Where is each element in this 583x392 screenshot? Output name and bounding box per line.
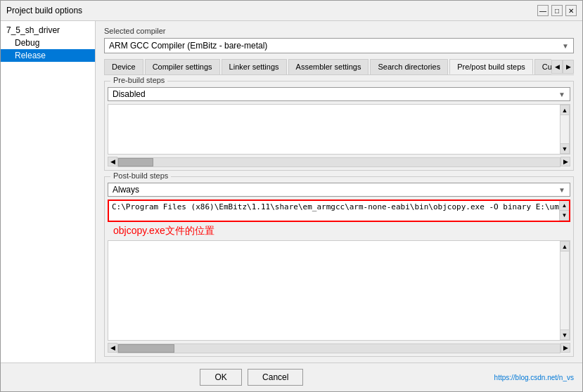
prebuild-vscroll-up[interactable]: ▲ bbox=[560, 105, 569, 115]
title-bar-controls: — □ ✕ bbox=[537, 5, 577, 16]
tab-prepost-build[interactable]: Pre/post build steps bbox=[449, 59, 533, 74]
compiler-dropdown[interactable]: ARM GCC Compiler (EmBitz - bare-metal) ▼ bbox=[104, 38, 574, 53]
prebuild-vscroll-down[interactable]: ▼ bbox=[560, 143, 569, 153]
postbuild-textarea-container: ▲ ▼ bbox=[108, 240, 570, 341]
postbuild-dropdown[interactable]: Always ▼ bbox=[108, 183, 570, 197]
prebuild-hscroll-area: ◀ ▶ bbox=[108, 156, 570, 167]
prebuild-hscroll[interactable] bbox=[117, 157, 560, 167]
postbuild-section: Post-build steps Always ▼ C:\Program Fil… bbox=[104, 176, 574, 357]
sidebar-item-debug[interactable]: Debug bbox=[1, 37, 95, 49]
postbuild-vscroll-up[interactable]: ▲ bbox=[560, 242, 569, 251]
minimize-button[interactable]: — bbox=[537, 5, 549, 16]
annotation-text: objcopy.exe文件的位置 bbox=[113, 225, 570, 237]
tab-custom[interactable]: Custom \ bbox=[534, 59, 551, 74]
command-vscroll-up[interactable]: ▲ bbox=[560, 201, 569, 211]
postbuild-hscroll[interactable] bbox=[117, 344, 560, 353]
command-vscroll: ▲ ▼ bbox=[559, 201, 569, 221]
title-bar: Project build options — □ ✕ bbox=[1, 1, 582, 21]
compiler-value: ARM GCC Compiler (EmBitz - bare-metal) bbox=[109, 41, 267, 51]
tab-linker-settings[interactable]: Linker settings bbox=[222, 59, 287, 74]
sidebar: 7_5_sh_driver Debug Release bbox=[1, 21, 96, 362]
footer-link[interactable]: https://blog.csdn.net/n_vs bbox=[494, 374, 574, 381]
prebuild-dropdown-arrow: ▼ bbox=[558, 91, 565, 98]
dialog-body: 7_5_sh_driver Debug Release Selected com… bbox=[1, 21, 582, 362]
compiler-label: Selected compiler bbox=[104, 27, 574, 35]
prebuild-vscroll-thumb bbox=[560, 115, 569, 143]
cancel-button[interactable]: Cancel bbox=[248, 369, 303, 386]
ok-button[interactable]: OK bbox=[200, 369, 242, 386]
tab-compiler-settings[interactable]: Compiler settings bbox=[145, 59, 220, 74]
footer-buttons: OK Cancel bbox=[9, 369, 494, 386]
tab-scroll-left[interactable]: ◀ bbox=[551, 60, 563, 74]
postbuild-dropdown-value: Always bbox=[113, 185, 139, 195]
postbuild-textarea[interactable] bbox=[108, 241, 560, 340]
postbuild-hscroll-left[interactable]: ◀ bbox=[108, 343, 117, 353]
prebuild-group: Pre-build steps Disabled ▼ ▲ ▼ bbox=[104, 81, 574, 171]
prebuild-hscroll-thumb bbox=[118, 158, 153, 166]
prebuild-textarea-container: ▲ ▼ bbox=[108, 104, 570, 155]
command-text: C:\Program Files (x86)\EmBitz\1.11\share… bbox=[109, 201, 559, 221]
sidebar-item-project[interactable]: 7_5_sh_driver bbox=[1, 24, 95, 37]
command-row: C:\Program Files (x86)\EmBitz\1.11\share… bbox=[108, 200, 570, 222]
prebuild-dropdown[interactable]: Disabled ▼ bbox=[108, 87, 570, 101]
postbuild-hscroll-right[interactable]: ▶ bbox=[560, 343, 570, 353]
postbuild-vscroll-down[interactable]: ▼ bbox=[560, 329, 569, 339]
maximize-button[interactable]: □ bbox=[551, 5, 563, 16]
sidebar-item-release[interactable]: Release bbox=[1, 49, 95, 62]
postbuild-title: Post-build steps bbox=[110, 171, 171, 180]
prebuild-hscroll-left[interactable]: ◀ bbox=[108, 157, 117, 166]
close-button[interactable]: ✕ bbox=[565, 5, 577, 16]
postbuild-vscroll: ▲ ▼ bbox=[560, 241, 570, 340]
postbuild-group: Post-build steps Always ▼ C:\Program Fil… bbox=[104, 176, 574, 357]
prebuild-vscroll: ▲ ▼ bbox=[560, 105, 570, 154]
tab-assembler-settings[interactable]: Assembler settings bbox=[288, 59, 369, 74]
prebuild-dropdown-value: Disabled bbox=[113, 89, 146, 99]
prebuild-section: Pre-build steps Disabled ▼ ▲ ▼ bbox=[104, 81, 574, 171]
tab-device[interactable]: Device bbox=[104, 59, 143, 74]
prebuild-hscroll-right[interactable]: ▶ bbox=[560, 157, 570, 166]
main-content: Selected compiler ARM GCC Compiler (EmBi… bbox=[96, 21, 582, 362]
tab-scroll-right[interactable]: ▶ bbox=[563, 60, 574, 74]
command-vscroll-down[interactable]: ▼ bbox=[560, 211, 569, 221]
postbuild-vscroll-thumb bbox=[560, 251, 569, 329]
project-build-options-dialog: Project build options — □ ✕ 7_5_sh_drive… bbox=[0, 0, 583, 392]
footer: OK Cancel https://blog.csdn.net/n_vs bbox=[1, 362, 582, 391]
tabs-container: Device Compiler settings Linker settings… bbox=[104, 59, 574, 75]
compiler-section: Selected compiler ARM GCC Compiler (EmBi… bbox=[104, 27, 574, 53]
compiler-dropdown-arrow: ▼ bbox=[562, 42, 569, 50]
postbuild-dropdown-arrow: ▼ bbox=[558, 186, 565, 194]
postbuild-hscroll-thumb bbox=[118, 344, 174, 353]
prebuild-title: Pre-build steps bbox=[110, 76, 167, 84]
tab-search-directories[interactable]: Search directories bbox=[370, 59, 448, 74]
postbuild-hscroll-area: ◀ ▶ bbox=[108, 342, 570, 353]
prebuild-textarea[interactable] bbox=[108, 105, 560, 154]
tabs-scroll: Device Compiler settings Linker settings… bbox=[104, 59, 551, 74]
dialog-title: Project build options bbox=[6, 6, 82, 15]
